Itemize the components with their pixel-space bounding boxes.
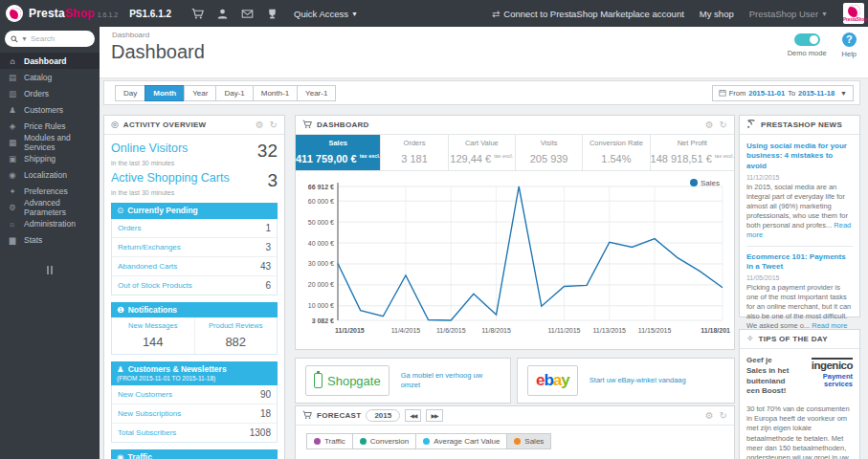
sidebar-item-catalog[interactable]: ▤Catalog xyxy=(0,69,100,85)
gear-icon[interactable]: ⚙ xyxy=(256,120,264,130)
row-label-link[interactable]: Out of Stock Products xyxy=(118,281,192,290)
envelope-icon[interactable] xyxy=(234,8,259,20)
help-icon[interactable]: ? xyxy=(842,33,857,47)
sidebar-item-label: Customers xyxy=(24,105,63,115)
kpi-tab-sales[interactable]: Sales411 759,00 € tax excl. xyxy=(296,135,381,170)
list-item: New Subscriptions18 xyxy=(112,404,277,424)
legend-button-sales[interactable]: Sales xyxy=(506,433,551,449)
active-carts-link[interactable]: Active Shopping Carts xyxy=(111,171,230,185)
legend-dot xyxy=(514,438,521,445)
demo-mode-toggle[interactable] xyxy=(794,33,820,46)
online-visitors-link[interactable]: Online Visitors xyxy=(111,142,188,155)
sidebar-item-stats[interactable]: ▆Stats xyxy=(0,231,100,248)
row-label-link[interactable]: Return/Exchanges xyxy=(118,243,181,251)
kpi-tab-orders[interactable]: Orders3 181 xyxy=(381,135,448,170)
notification-col: New Messages144 xyxy=(112,317,194,354)
filter-button-year[interactable]: Year xyxy=(184,85,216,101)
row-value: 1308 xyxy=(250,427,271,438)
sidebar-item-customers[interactable]: ♟Customers xyxy=(0,101,100,118)
kpi-tab-visits[interactable]: Visits205 939 xyxy=(516,135,583,170)
globe-icon: ◉ xyxy=(8,170,17,180)
sidebar-item-shipping[interactable]: ▣Shipping xyxy=(0,150,100,166)
search-scope-caret[interactable]: ▼ xyxy=(21,35,28,42)
sidebar-item-price-rules[interactable]: ◈Price Rules xyxy=(0,118,100,134)
sidebar-item-label: Price Rules xyxy=(24,121,65,131)
gear-icon[interactable]: ⚙ xyxy=(705,410,714,421)
forward-icon[interactable]: ▶▶ xyxy=(426,409,442,422)
date-range-picker[interactable]: From2015-11-01 To2015-11-18 ▼ xyxy=(712,85,854,101)
user-icon[interactable] xyxy=(210,8,234,20)
collapse-menu-button[interactable] xyxy=(0,261,100,278)
user-avatar[interactable]: PrestaShop xyxy=(843,3,864,24)
quick-access-menu[interactable]: Quick Access▼ xyxy=(294,9,358,19)
refresh-icon[interactable]: ↻ xyxy=(720,410,727,421)
sidebar-item-dashboard[interactable]: ⌂Dashboard xyxy=(0,53,100,69)
sidebar-item-modules-and-services[interactable]: ▦Modules and Services xyxy=(0,134,100,150)
refresh-icon[interactable]: ↻ xyxy=(270,120,278,130)
marketplace-link[interactable]: ⇄Connect to PrestaShop Marketplace accou… xyxy=(492,9,684,19)
svg-text:11/4/2015: 11/4/2015 xyxy=(391,327,421,334)
ebay-link[interactable]: Start uw eBay-winkel vandaag xyxy=(590,376,686,385)
row-label-link[interactable]: New Customers xyxy=(118,390,172,399)
chevron-down-icon: ▼ xyxy=(840,90,847,97)
kpi-value: 1.54% xyxy=(583,153,649,164)
svg-text:11/13/2015: 11/13/2015 xyxy=(593,327,627,334)
kpi-tab-conversion-rate[interactable]: Conversion Rate1.54% xyxy=(583,135,650,170)
sidebar-item-label: Administration xyxy=(24,219,76,229)
admin-icon: ☼ xyxy=(8,219,17,229)
search-input[interactable] xyxy=(31,34,83,43)
person-icon: ♟ xyxy=(117,364,124,374)
filter-button-year-1[interactable]: Year-1 xyxy=(297,85,336,101)
ebay-logo: ebay xyxy=(527,365,578,396)
shopgate-link[interactable]: Ga mobiel en verhoog uw omzet xyxy=(401,371,501,390)
ebay-letter: a xyxy=(553,371,561,390)
kpi-tab-net-profit[interactable]: Net Profit148 918,51 € tax excl. xyxy=(651,135,734,170)
sidebar-item-preferences[interactable]: ✦Preferences xyxy=(0,183,100,199)
news-article-title[interactable]: Using social media for your business: 4 … xyxy=(746,142,853,171)
breadcrumb: Dashboard xyxy=(112,31,149,39)
row-label-link[interactable]: New Subscriptions xyxy=(118,409,181,418)
row-label-link[interactable]: Orders xyxy=(118,224,141,232)
svg-text:60 000 €: 60 000 € xyxy=(308,198,334,205)
kpi-label: Visits xyxy=(516,139,582,147)
search-icon xyxy=(11,35,18,43)
demo-mode-control: Demo mode xyxy=(788,32,827,58)
legend-button-traffic[interactable]: Traffic xyxy=(306,433,353,449)
sidebar-item-advanced-parameters[interactable]: ⚙Advanced Parameters xyxy=(0,199,100,215)
trophy-icon[interactable] xyxy=(259,8,284,20)
kpi-value: 205 939 xyxy=(516,153,582,164)
notification-label-link[interactable]: Product Reviews xyxy=(197,321,276,330)
truck-icon: ▣ xyxy=(8,154,17,164)
gear-icon[interactable]: ⚙ xyxy=(705,120,714,130)
news-article-date: 11/05/2015 xyxy=(746,274,853,281)
sales-line-chart: 66 912 €60 000 €50 000 €40 000 €30 000 €… xyxy=(300,175,732,338)
sidebar-item-localization[interactable]: ◉Localization xyxy=(0,166,100,183)
legend-button-average-cart-value[interactable]: Average Cart Value xyxy=(415,433,507,449)
notification-label-link[interactable]: New Messages xyxy=(114,321,192,330)
cart-icon[interactable] xyxy=(185,8,210,20)
sidebar-item-orders[interactable]: ▥Orders xyxy=(0,85,100,101)
sidebar-item-label: Stats xyxy=(24,235,42,245)
legend-button-conversion[interactable]: Conversion xyxy=(352,433,416,449)
row-value: 3 xyxy=(265,242,271,252)
row-label-link[interactable]: Abandoned Carts xyxy=(118,262,177,271)
news-article-title[interactable]: Ecommerce 101: Payments in a Tweet xyxy=(746,252,853,273)
user-menu[interactable]: PrestaShop User▼ xyxy=(749,9,828,19)
filter-button-month-1[interactable]: Month-1 xyxy=(253,85,298,101)
filter-button-day-1[interactable]: Day-1 xyxy=(215,85,253,101)
refresh-icon[interactable]: ↻ xyxy=(720,120,727,130)
kpi-label: Conversion Rate xyxy=(583,139,649,147)
row-label-link[interactable]: Total Subscribers xyxy=(118,428,176,437)
sidebar-search[interactable]: ▼ xyxy=(5,31,95,47)
my-shop-link[interactable]: My shop xyxy=(700,9,734,19)
read-more-link[interactable]: Read more xyxy=(746,221,851,239)
kpi-tab-cart-value[interactable]: Cart Value129,44 € tax excl. xyxy=(449,135,516,170)
rewind-icon[interactable]: ◀◀ xyxy=(405,409,421,422)
forecast-year: 2015 xyxy=(366,409,400,422)
sidebar-item-administration[interactable]: ☼Administration xyxy=(0,215,100,231)
sidebar-item-label: Localization xyxy=(24,170,67,180)
filter-button-month[interactable]: Month xyxy=(145,85,185,101)
filter-button-day[interactable]: Day xyxy=(115,85,145,101)
ebay-promo: ebay Start uw eBay-winkel vandaag xyxy=(517,358,735,404)
kpi-label: Orders xyxy=(381,139,447,147)
